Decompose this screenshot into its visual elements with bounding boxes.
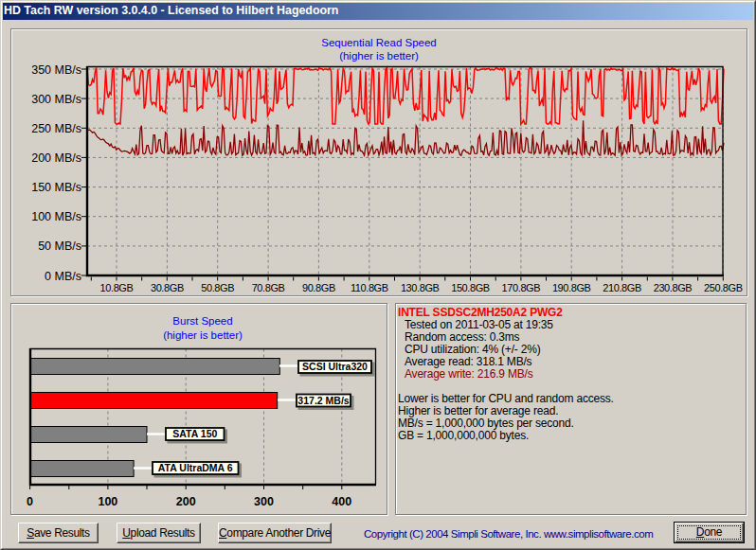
svg-text:70.8GB: 70.8GB (252, 282, 285, 293)
svg-text:300 MB/s: 300 MB/s (31, 93, 81, 106)
svg-text:230.8GB: 230.8GB (654, 282, 693, 293)
svg-text:SCSI Ultra320: SCSI Ultra320 (302, 361, 368, 372)
svg-text:150.8GB: 150.8GB (451, 282, 490, 293)
svg-text:ATA UltraDMA 6: ATA UltraDMA 6 (158, 462, 233, 473)
svg-text:Sequential Read Speed: Sequential Read Speed (321, 37, 437, 48)
svg-text:110.8GB: 110.8GB (351, 282, 388, 293)
svg-text:10.8GB: 10.8GB (100, 282, 134, 293)
svg-text:250.8GB: 250.8GB (704, 282, 743, 293)
svg-text:350 MB/s: 350 MB/s (31, 63, 81, 77)
svg-text:SATA 150: SATA 150 (172, 428, 217, 439)
svg-text:317.2 MB/s: 317.2 MB/s (297, 395, 349, 406)
svg-text:50 MB/s: 50 MB/s (38, 240, 81, 253)
svg-text:Burst Speed: Burst Speed (172, 315, 232, 327)
svg-text:300: 300 (254, 495, 274, 508)
svg-text:100: 100 (98, 495, 117, 508)
svg-text:250 MB/s: 250 MB/s (31, 122, 81, 135)
svg-text:210.8GB: 210.8GB (603, 282, 641, 293)
svg-text:190.8GB: 190.8GB (552, 282, 591, 293)
svg-text:50.8GB: 50.8GB (201, 282, 234, 293)
svg-text:(higher is better): (higher is better) (339, 50, 419, 62)
svg-text:200 MB/s: 200 MB/s (31, 151, 81, 165)
svg-text:100 MB/s: 100 MB/s (31, 210, 81, 223)
svg-text:170.8GB: 170.8GB (502, 282, 541, 293)
svg-text:90.8GB: 90.8GB (302, 282, 335, 293)
svg-text:400: 400 (332, 495, 351, 508)
svg-text:200: 200 (176, 495, 196, 508)
svg-text:(higher is better): (higher is better) (163, 329, 243, 341)
svg-text:130.8GB: 130.8GB (401, 282, 440, 293)
svg-text:0: 0 (27, 495, 33, 508)
svg-text:150 MB/s: 150 MB/s (31, 181, 81, 194)
svg-text:30.8GB: 30.8GB (151, 282, 184, 293)
svg-text:0 MB/s: 0 MB/s (45, 270, 81, 283)
